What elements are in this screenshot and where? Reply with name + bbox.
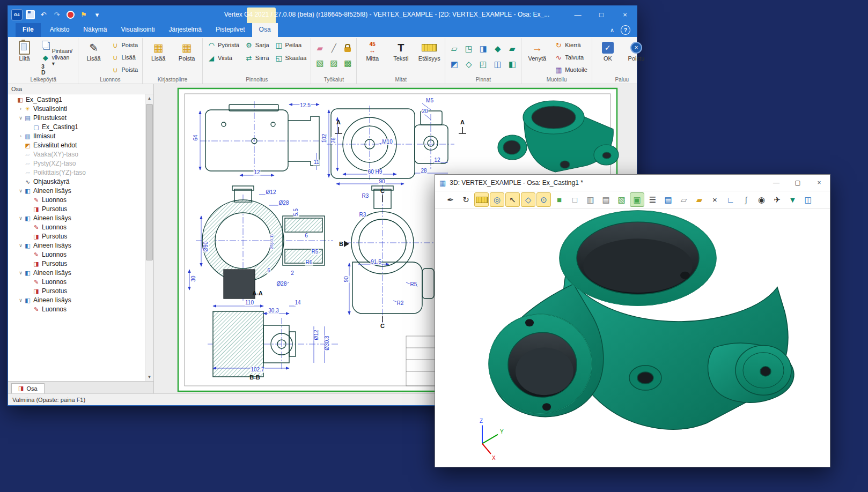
tree-item[interactable]: ◨ Pursotus: [8, 205, 145, 214]
snap-center-icon[interactable]: ◎: [490, 192, 504, 207]
text-button[interactable]: T Teksti: [387, 39, 414, 63]
surface-join-icon[interactable]: ◆: [491, 41, 504, 56]
attach-icon[interactable]: ∫: [739, 192, 753, 207]
tree-item[interactable]: ∨ ◧ Aineen lisäys: [8, 214, 145, 223]
ok-button[interactable]: ✓ OK: [594, 39, 621, 63]
tree-item[interactable]: ▱ Vaaka(XY)-taso: [8, 150, 145, 159]
surface-patch-icon[interactable]: ◇: [462, 57, 475, 71]
tree-item[interactable]: › ▥ Ilmiasut: [8, 132, 145, 141]
ribbon-collapse-icon[interactable]: ∧: [610, 27, 614, 34]
move-button[interactable]: ⇄Siirrä: [242, 52, 271, 64]
model-tree-icon[interactable]: ☰: [645, 192, 660, 207]
to-surface-button[interactable]: ◆ Pintaan/ viivaan ▾: [39, 51, 76, 63]
pattern-button[interactable]: ⚙Sarja: [242, 39, 271, 51]
chamfer-button[interactable]: ◢Viistä: [205, 52, 241, 64]
tree-item[interactable]: › ☀ Visualisointi: [8, 105, 145, 114]
hidden-line-view-icon[interactable]: ▥: [583, 192, 598, 207]
3d-maximize-button[interactable]: ▢: [787, 175, 808, 191]
surface-split-icon[interactable]: ◩: [447, 57, 461, 71]
tab-arkisto[interactable]: Arkisto: [43, 23, 77, 37]
undo-icon[interactable]: ↶: [38, 9, 49, 20]
eraser-icon[interactable]: ▰: [313, 41, 326, 55]
customize-icon[interactable]: ⚑: [78, 9, 90, 20]
coord-axes-icon[interactable]: ∟: [723, 192, 738, 207]
stretch-button[interactable]: → Venytä: [524, 39, 550, 63]
tab-osa[interactable]: Osa: [252, 23, 278, 37]
orbit-icon[interactable]: ↻: [459, 192, 473, 207]
tree-item[interactable]: ✎ Luonnos: [8, 250, 145, 259]
scrollbar-thumb[interactable]: [146, 104, 153, 260]
external-window-icon[interactable]: ◫: [801, 192, 815, 207]
3d-viewport[interactable]: Z Y X: [435, 208, 830, 467]
box-solid-icon[interactable]: ▨: [327, 56, 340, 70]
tree-expander-icon[interactable]: ∨: [18, 269, 24, 278]
tree-item[interactable]: ◨ Pursotus: [8, 287, 145, 296]
wireframe-view-icon[interactable]: □: [568, 192, 582, 207]
library-remove-button[interactable]: ▦ Poista: [173, 39, 200, 63]
sketch-remove-button[interactable]: ∪Poista: [109, 39, 141, 51]
redo-icon[interactable]: ↷: [51, 9, 63, 20]
box-select-icon[interactable]: ▧: [313, 56, 326, 70]
mirror-button[interactable]: ◫Peilaa: [273, 39, 309, 51]
tree-item[interactable]: ▱ Pysty(XZ)-taso: [8, 159, 145, 168]
tree-item[interactable]: ✎ Luonnos: [8, 278, 145, 287]
surface-merge-icon[interactable]: ◫: [491, 57, 504, 71]
tree-expander-icon[interactable]: ∨: [18, 241, 24, 250]
tree-expander-icon[interactable]: ∨: [18, 114, 24, 123]
exit-button[interactable]: × Poistu: [623, 39, 650, 63]
tree-expander-icon[interactable]: ›: [18, 105, 24, 114]
surface-flat-icon[interactable]: ▱: [447, 41, 461, 56]
snap-plane-icon[interactable]: ◇: [521, 192, 535, 207]
fillet-button[interactable]: ◠Pyöristä: [205, 39, 241, 51]
tree-scrollbar[interactable]: ▲ ▼: [145, 94, 153, 381]
maximize-button[interactable]: □: [590, 6, 613, 23]
bend-button[interactable]: ∿Taivuta: [552, 51, 590, 63]
copy-view-icon[interactable]: ▤: [661, 192, 675, 207]
tree-item[interactable]: ◧ Ex_Casting1: [8, 95, 145, 105]
sidebar-tab-osa[interactable]: ◨ Osa: [11, 383, 45, 393]
tree-item[interactable]: ∨ ◧ Aineen lisäys: [8, 269, 145, 278]
save-icon[interactable]: [24, 9, 36, 20]
help-icon[interactable]: ?: [621, 25, 630, 35]
library-add-button[interactable]: ▦ Lisää: [145, 39, 172, 63]
tree-item[interactable]: ✎ Luonnos: [8, 223, 145, 232]
tree-item[interactable]: ✎ Luonnos: [8, 196, 145, 205]
minimize-button[interactable]: —: [566, 6, 590, 23]
3d-minimize-button[interactable]: —: [766, 175, 787, 191]
pin-icon[interactable]: ✒: [443, 192, 458, 207]
fly-view-icon[interactable]: ✈: [770, 192, 784, 207]
rotate-button[interactable]: ↻Kierrä: [552, 39, 590, 51]
paste-button[interactable]: Liitä: [11, 39, 38, 63]
snap-point-icon[interactable]: ⊙: [536, 192, 551, 207]
tree-item[interactable]: ▱ Poikittais(YZ)-taso: [8, 168, 145, 177]
shaded-edges-view-icon[interactable]: ▣: [630, 192, 644, 207]
filter-icon[interactable]: ▼: [785, 192, 800, 207]
tree-item[interactable]: ∨ ◧ Aineen lisäys: [8, 241, 145, 250]
close-button[interactable]: ×: [613, 6, 637, 23]
3d-close-button[interactable]: ×: [808, 175, 830, 191]
scroll-down-icon[interactable]: ▼: [145, 373, 153, 381]
dimension-button[interactable]: 45 Mitta: [359, 39, 386, 63]
sketch-add-button[interactable]: ✎ Lisää: [80, 39, 107, 63]
surface-trim-icon[interactable]: ◨: [476, 41, 490, 56]
open-folder-icon[interactable]: ▰: [692, 192, 707, 207]
scroll-up-icon[interactable]: ▲: [145, 94, 153, 102]
tree-item[interactable]: ▢ Ex_Casting1: [8, 123, 145, 132]
shaded-hidden-view-icon[interactable]: ▤: [599, 192, 613, 207]
measure-line-icon[interactable]: ╱: [327, 41, 340, 55]
qat-caret-icon[interactable]: ▾: [91, 9, 103, 20]
sketch-add-small-button[interactable]: ∪Lisää: [109, 51, 141, 63]
record-icon[interactable]: [64, 9, 76, 20]
ruler-icon[interactable]: [474, 192, 489, 207]
tab-nakyma[interactable]: Näkymä: [76, 23, 114, 37]
tree-item[interactable]: ◨ Pursotus: [8, 232, 145, 241]
shaded-view-icon[interactable]: ■: [552, 192, 567, 207]
transparent-view-icon[interactable]: ▧: [614, 192, 629, 207]
surface-corner-icon[interactable]: ◰: [476, 57, 490, 71]
tab-visualisointi[interactable]: Visualisointi: [114, 23, 161, 37]
paste-3d-button[interactable]: 3 D: [39, 64, 76, 76]
tab-pistepilvet[interactable]: Pistepilvet: [209, 23, 252, 37]
tree-item[interactable]: ∨ ▤ Piirustukset: [8, 114, 145, 123]
box-corner-icon[interactable]: ▩: [341, 56, 354, 70]
tree-item[interactable]: ∨ ◧ Aineen lisäys: [8, 296, 145, 305]
